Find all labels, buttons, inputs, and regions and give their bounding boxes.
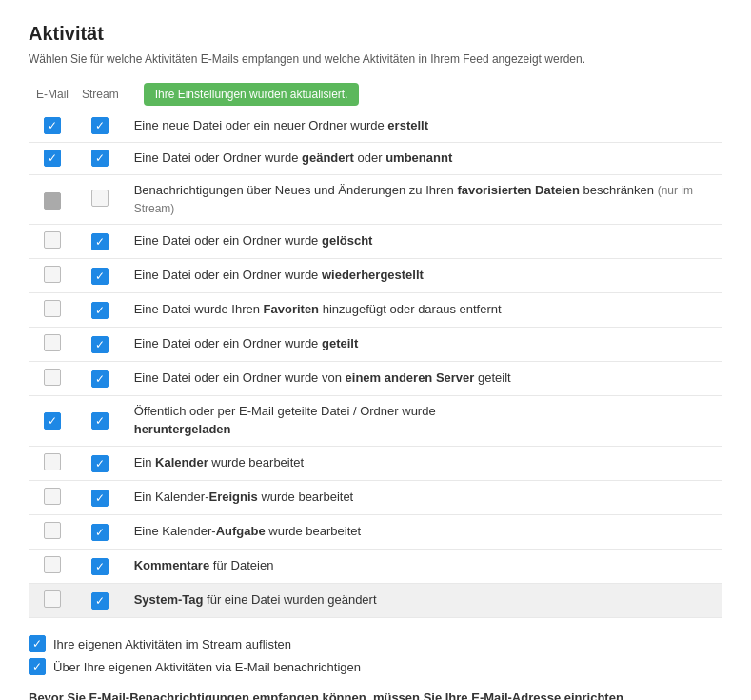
email-checkbox-cell-12 <box>29 515 76 550</box>
email-checkbox-cell-13 <box>29 550 76 584</box>
activity-desc-14: System-Tag für eine Datei wurden geänder… <box>125 584 722 618</box>
activity-desc-13: Kommentare für Dateien <box>125 550 722 584</box>
email-checkbox-14[interactable] <box>44 590 61 608</box>
activity-row-2: Eine Datei oder Ordner wurde geändert od… <box>29 142 722 174</box>
activity-desc-1: Eine neue Datei oder ein neuer Ordner wu… <box>125 110 722 143</box>
email-checkbox-11[interactable] <box>44 488 61 505</box>
activity-desc-12: Eine Kalender-Aufgabe wurde bearbeitet <box>125 515 722 550</box>
activity-desc-7: Eine Datei oder ein Ordner wurde geteilt <box>125 328 722 362</box>
stream-checkbox-cell-7 <box>76 328 125 362</box>
stream-checkbox-cell-12 <box>76 515 125 550</box>
email-checkbox-cell-6 <box>29 293 76 328</box>
activity-row-8: Eine Datei oder ein Ordner wurde von ein… <box>29 362 722 396</box>
activity-desc-6: Eine Datei wurde Ihren Favoriten hinzuge… <box>125 293 722 328</box>
email-checkbox-cell-9 <box>29 396 76 447</box>
email-checkbox-1[interactable] <box>44 117 61 134</box>
col-header-desc: Ihre Einstellungen wurden aktualisiert. <box>125 79 722 110</box>
activity-row-14: System-Tag für eine Datei wurden geänder… <box>29 584 722 618</box>
activity-row-6: Eine Datei wurde Ihren Favoriten hinzuge… <box>29 293 722 328</box>
own-activity-checkbox-2[interactable] <box>29 658 46 675</box>
activity-desc-11: Ein Kalender-Ereignis wurde bearbeitet <box>125 481 722 515</box>
email-checkbox-2[interactable] <box>44 150 61 167</box>
own-activity-checkbox-1[interactable] <box>29 635 46 652</box>
stream-checkbox-cell-6 <box>76 293 125 328</box>
activity-table: E-Mail Stream Ihre Einstellungen wurden … <box>29 79 722 618</box>
email-checkbox-8[interactable] <box>44 369 61 386</box>
own-activity-row-2: Über Ihre eigenen Aktivitäten via E-Mail… <box>29 658 722 675</box>
email-checkbox-cell-8 <box>29 362 76 396</box>
stream-checkbox-cell-13 <box>76 550 125 584</box>
activity-row-9: Öffentlich oder per E-Mail geteilte Date… <box>29 396 722 447</box>
stream-checkbox-cell-5 <box>76 259 125 293</box>
stream-checkbox-cell-1 <box>76 110 125 143</box>
stream-checkbox-6[interactable] <box>91 302 109 319</box>
email-checkbox-13[interactable] <box>44 556 61 573</box>
email-checkbox-4[interactable] <box>44 231 61 249</box>
email-checkbox-cell-7 <box>29 328 76 362</box>
email-checkbox-7[interactable] <box>44 334 61 351</box>
activity-desc-3: Benachrichtigungen über Neues und Änderu… <box>125 174 722 225</box>
stream-checkbox-cell-4 <box>76 225 125 259</box>
stream-checkbox-cell-11 <box>76 481 125 515</box>
col-header-email: E-Mail <box>29 79 76 110</box>
activity-row-3: Benachrichtigungen über Neues und Änderu… <box>29 174 722 225</box>
email-checkbox-9[interactable] <box>44 412 61 430</box>
email-checkbox-10[interactable] <box>44 453 61 470</box>
stream-checkbox-11[interactable] <box>91 490 109 507</box>
email-checkbox-cell-5 <box>29 259 76 293</box>
stream-checkbox-4[interactable] <box>91 233 109 250</box>
email-checkbox-cell-14 <box>29 584 76 618</box>
stream-checkbox-3[interactable] <box>91 190 109 207</box>
stream-checkbox-cell-10 <box>76 447 125 481</box>
own-activity-label-1: Ihre eigenen Aktivitäten im Stream aufli… <box>53 637 291 651</box>
activity-desc-8: Eine Datei oder ein Ordner wurde von ein… <box>125 362 722 396</box>
stream-checkbox-cell-14 <box>76 584 125 618</box>
email-notice: Bevor Sie E-Mail-Benachrichtigungen empf… <box>29 690 722 700</box>
activity-desc-9: Öffentlich oder per E-Mail geteilte Date… <box>125 396 722 447</box>
email-checkbox-cell-4 <box>29 225 76 259</box>
activity-row-4: Eine Datei oder ein Ordner wurde gelösch… <box>29 225 722 259</box>
activity-row-11: Ein Kalender-Ereignis wurde bearbeitet <box>29 481 722 515</box>
bottom-section: Ihre eigenen Aktivitäten im Stream aufli… <box>29 635 722 700</box>
activity-desc-5: Eine Datei oder ein Ordner wurde wiederh… <box>125 259 722 293</box>
stream-checkbox-5[interactable] <box>91 268 109 285</box>
stream-checkbox-14[interactable] <box>91 592 109 610</box>
stream-checkbox-2[interactable] <box>91 150 109 167</box>
stream-checkbox-12[interactable] <box>91 524 109 541</box>
stream-checkbox-8[interactable] <box>91 370 109 388</box>
email-checkbox-cell-10 <box>29 447 76 481</box>
success-banner: Ihre Einstellungen wurden aktualisiert. <box>144 83 360 106</box>
col-header-stream: Stream <box>76 79 125 110</box>
activity-row-12: Eine Kalender-Aufgabe wurde bearbeitet <box>29 515 722 550</box>
stream-checkbox-cell-9 <box>76 396 125 447</box>
activity-row-10: Ein Kalender wurde bearbeitet <box>29 447 722 481</box>
email-checkbox-cell-11 <box>29 481 76 515</box>
activity-desc-4: Eine Datei oder ein Ordner wurde gelösch… <box>125 225 722 259</box>
stream-checkbox-13[interactable] <box>91 558 109 575</box>
stream-checkbox-cell-8 <box>76 362 125 396</box>
email-checkbox-3[interactable] <box>44 192 61 210</box>
activity-desc-10: Ein Kalender wurde bearbeitet <box>125 447 722 481</box>
page-subtitle: Wählen Sie für welche Aktivitäten E-Mail… <box>29 52 722 66</box>
activity-row-13: Kommentare für Dateien <box>29 550 722 584</box>
page-title: Aktivität <box>29 23 722 45</box>
stream-checkbox-9[interactable] <box>91 412 109 430</box>
email-checkbox-6[interactable] <box>44 300 61 317</box>
email-checkbox-cell-1 <box>29 110 76 143</box>
activity-row-1: Eine neue Datei oder ein neuer Ordner wu… <box>29 110 722 143</box>
stream-checkbox-cell-2 <box>76 142 125 174</box>
stream-checkbox-10[interactable] <box>91 455 109 472</box>
activity-desc-2: Eine Datei oder Ordner wurde geändert od… <box>125 142 722 174</box>
email-checkbox-cell-2 <box>29 142 76 174</box>
own-activity-row-1: Ihre eigenen Aktivitäten im Stream aufli… <box>29 635 722 652</box>
stream-checkbox-cell-3 <box>76 174 125 225</box>
activity-row-7: Eine Datei oder ein Ordner wurde geteilt <box>29 328 722 362</box>
email-checkbox-5[interactable] <box>44 266 61 283</box>
email-checkbox-cell-3 <box>29 174 76 225</box>
email-checkbox-12[interactable] <box>44 522 61 539</box>
own-activity-label-2: Über Ihre eigenen Aktivitäten via E-Mail… <box>53 660 361 674</box>
activity-row-5: Eine Datei oder ein Ordner wurde wiederh… <box>29 259 722 293</box>
stream-checkbox-7[interactable] <box>91 336 109 353</box>
stream-checkbox-1[interactable] <box>91 117 109 134</box>
